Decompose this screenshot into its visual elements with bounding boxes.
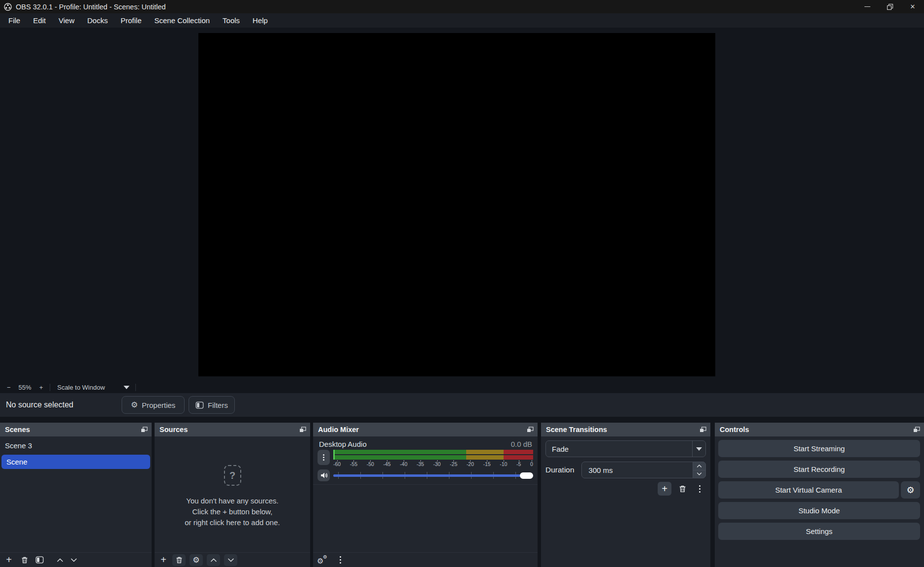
trash-icon — [175, 556, 183, 564]
filters-button[interactable]: Filters — [189, 396, 235, 414]
scene-list-item[interactable]: Scene 3 — [0, 438, 152, 453]
minimize-button[interactable] — [856, 0, 879, 13]
remove-transition-button[interactable] — [676, 482, 689, 496]
scene-filters-button[interactable] — [35, 556, 44, 564]
menu-help[interactable]: Help — [246, 13, 274, 28]
move-scene-up-button[interactable] — [57, 558, 64, 563]
zoom-in-button[interactable]: + — [35, 384, 47, 391]
kebab-icon — [340, 556, 341, 558]
duration-spinbox[interactable]: 300 ms — [581, 462, 706, 478]
obs-logo-icon — [4, 3, 12, 11]
add-source-button[interactable]: + — [159, 554, 168, 566]
duration-row: Duration 300 ms — [545, 462, 706, 478]
sources-dock-title: Sources — [159, 426, 188, 434]
menu-tools[interactable]: Tools — [216, 13, 246, 28]
scale-mode-label[interactable]: Scale to Window — [53, 384, 109, 391]
double-gear-icon: ⚙⚙ — [317, 556, 327, 565]
meter-peak-indicator — [333, 450, 335, 460]
sources-dock: Sources ? You don't have any sources. Cl… — [155, 423, 310, 567]
move-source-up-button[interactable] — [207, 554, 220, 566]
add-scene-button[interactable]: + — [4, 554, 14, 566]
menu-edit[interactable]: Edit — [27, 13, 52, 28]
chevron-up-icon — [210, 558, 217, 563]
menu-bar: File Edit View Docks Profile Scene Colle… — [0, 13, 924, 28]
preview-zoom-bar: − 55% + Scale to Window — [0, 382, 924, 393]
close-button[interactable]: ✕ — [901, 0, 924, 13]
menu-file[interactable]: File — [2, 13, 27, 28]
chevron-down-icon — [70, 558, 77, 563]
settings-button[interactable]: Settings — [718, 523, 920, 540]
volume-slider[interactable] — [333, 469, 533, 481]
dock-popout-icon[interactable] — [700, 427, 706, 433]
window-title: OBS 32.0.1 - Profile: Untitled - Scenes:… — [16, 3, 166, 11]
remove-source-button[interactable] — [172, 554, 186, 566]
move-source-down-button[interactable] — [224, 554, 237, 566]
duration-label: Duration — [545, 466, 574, 474]
filter-icon — [35, 556, 44, 564]
kebab-icon — [323, 454, 324, 456]
virtual-camera-settings-button[interactable]: ⚙ — [901, 481, 920, 499]
trash-icon — [21, 556, 29, 564]
start-streaming-button[interactable]: Start Streaming — [718, 440, 920, 457]
meter-bar — [333, 455, 533, 460]
zoom-out-button[interactable]: − — [3, 384, 15, 391]
slider-handle[interactable] — [520, 472, 533, 479]
duration-decrease-button[interactable] — [693, 470, 706, 479]
mute-button[interactable] — [318, 469, 330, 481]
transitions-dock-title: Scene Transitions — [546, 426, 607, 434]
menu-scene-collection[interactable]: Scene Collection — [148, 13, 217, 28]
menu-profile[interactable]: Profile — [114, 13, 148, 28]
scene-list-item-selected[interactable]: Scene — [1, 455, 150, 469]
controls-dock-header[interactable]: Controls — [715, 423, 924, 436]
transition-selected-value: Fade — [546, 445, 569, 453]
preview-area: − 55% + Scale to Window — [0, 28, 924, 393]
transitions-dock-header[interactable]: Scene Transitions — [541, 423, 710, 436]
mixer-menu-button[interactable] — [340, 556, 341, 564]
dock-popout-icon[interactable] — [299, 427, 306, 433]
divider — [50, 384, 50, 391]
controls-body: Start Streaming Start Recording Start Vi… — [715, 436, 924, 567]
restore-button[interactable] — [879, 0, 901, 13]
mixer-channel-menu-button[interactable] — [318, 450, 330, 465]
source-properties-button[interactable]: ⚙ — [190, 554, 203, 566]
scenes-dock-header[interactable]: Scenes — [0, 423, 152, 436]
properties-button-label: Properties — [142, 401, 175, 409]
controls-dock-title: Controls — [720, 426, 749, 434]
menu-view[interactable]: View — [52, 13, 81, 28]
gear-icon: ⚙ — [192, 556, 199, 564]
sources-list-empty[interactable]: ? You don't have any sources. Click the … — [155, 436, 310, 552]
scale-mode-dropdown-icon[interactable] — [124, 386, 129, 389]
transition-select[interactable]: Fade — [545, 440, 706, 457]
dock-popout-icon[interactable] — [527, 427, 534, 433]
dock-popout-icon[interactable] — [913, 427, 920, 433]
controls-dock: Controls Start Streaming Start Recording… — [715, 423, 924, 567]
properties-button[interactable]: ⚙ Properties — [122, 396, 185, 414]
add-transition-button[interactable]: + — [658, 482, 671, 496]
advanced-audio-button[interactable]: ⚙⚙ — [317, 556, 327, 565]
move-scene-down-button[interactable] — [70, 558, 77, 563]
chevron-up-icon — [57, 558, 64, 563]
scenes-list: Scene 3 Scene — [0, 436, 152, 552]
filters-button-label: Filters — [208, 401, 228, 409]
start-recording-button[interactable]: Start Recording — [718, 461, 920, 478]
start-virtual-camera-button[interactable]: Start Virtual Camera — [718, 481, 899, 499]
sources-dock-header[interactable]: Sources — [155, 423, 310, 436]
duration-value: 300 ms — [582, 466, 613, 474]
window-controls: ✕ — [856, 0, 924, 13]
remove-scene-button[interactable] — [21, 556, 29, 564]
slider-track — [333, 474, 533, 477]
mixer-channel-row: Desktop Audio 0.0 dB — [313, 436, 538, 449]
transition-menu-button[interactable] — [693, 482, 706, 496]
studio-mode-button[interactable]: Studio Mode — [718, 502, 920, 519]
duration-increase-button[interactable] — [693, 462, 706, 470]
sources-toolbar: + ⚙ — [155, 552, 310, 567]
sources-empty-state: ? You don't have any sources. Click the … — [155, 465, 310, 528]
dock-popout-icon[interactable] — [141, 427, 148, 433]
preview-canvas[interactable] — [198, 33, 715, 376]
combo-dropdown-icon[interactable] — [693, 447, 705, 451]
zoom-level: 55% — [15, 384, 35, 391]
menu-docks[interactable]: Docks — [81, 13, 114, 28]
mixer-meter-row: -60 -55 -50 -45 -40 -35 -30 -25 -20 -15 … — [313, 450, 538, 467]
volume-meter: -60 -55 -50 -45 -40 -35 -30 -25 -20 -15 … — [333, 450, 533, 467]
audio-mixer-dock-header[interactable]: Audio Mixer — [313, 423, 538, 436]
